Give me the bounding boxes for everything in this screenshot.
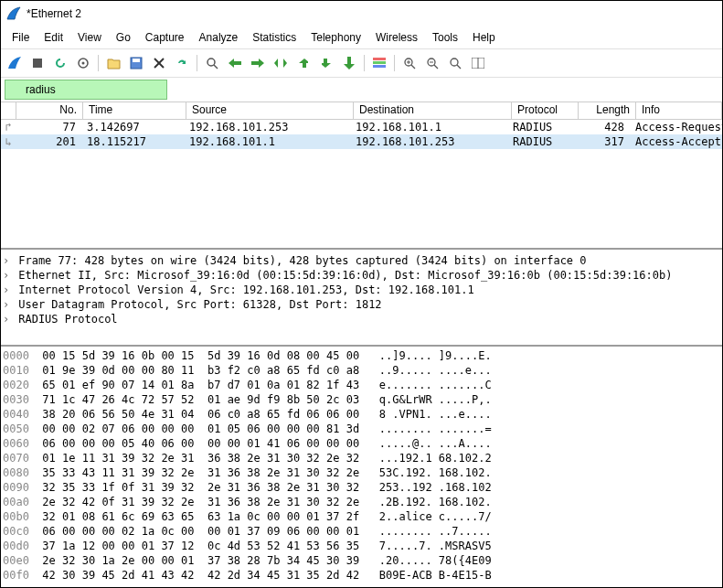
- menu-statistics[interactable]: Statistics: [247, 29, 302, 46]
- svg-line-17: [434, 65, 438, 69]
- cell-info: Access-Accept(2) (id=10, l=275): [630, 135, 722, 148]
- hex-row[interactable]: 00e0 2e 32 30 1a 2e 00 00 01 37 38 28 7b…: [3, 553, 720, 568]
- related-packet-marker: ↱: [1, 121, 16, 134]
- auto-scroll-button[interactable]: [339, 53, 359, 73]
- zoom-in-button[interactable]: [399, 53, 420, 73]
- hex-row[interactable]: 0000 00 15 5d 39 16 0b 00 15 5d 39 16 0d…: [3, 348, 720, 363]
- toolbar-separator: [394, 55, 395, 71]
- menu-wireless[interactable]: Wireless: [370, 29, 423, 46]
- open-file-button[interactable]: [103, 53, 123, 73]
- detail-tree-item[interactable]: › Frame 77: 428 bytes on wire (3424 bits…: [3, 253, 720, 268]
- packet-row[interactable]: ↱773.142697192.168.101.253192.168.101.1R…: [1, 120, 722, 134]
- hex-row[interactable]: 0020 65 01 ef 90 07 14 01 8a b7 d7 01 0a…: [3, 378, 720, 392]
- hex-row[interactable]: 0090 32 35 33 1f 0f 31 39 32 2e 31 36 38…: [3, 480, 720, 495]
- expand-icon[interactable]: ›: [3, 268, 12, 283]
- packet-row[interactable]: ↳20118.115217192.168.101.1192.168.101.25…: [1, 134, 722, 149]
- hex-row[interactable]: 00c0 06 00 00 00 02 1a 0c 00 00 01 37 09…: [3, 524, 720, 539]
- hex-row[interactable]: 00a0 2e 32 42 0f 31 39 32 2e 31 36 38 2e…: [3, 495, 720, 509]
- svg-rect-11: [373, 65, 386, 68]
- save-file-button[interactable]: [126, 53, 146, 73]
- menu-edit[interactable]: Edit: [38, 29, 69, 46]
- svg-line-20: [457, 65, 461, 69]
- start-capture-button[interactable]: [5, 53, 25, 73]
- capture-options-button[interactable]: [73, 53, 93, 73]
- related-packet-marker: ↳: [1, 135, 16, 148]
- menu-go[interactable]: Go: [111, 29, 136, 46]
- expand-icon[interactable]: ›: [3, 253, 12, 268]
- detail-tree-item[interactable]: › Ethernet II, Src: Microsof_39:16:0d (0…: [3, 268, 720, 283]
- zoom-out-button[interactable]: [422, 53, 442, 73]
- svg-rect-4: [133, 59, 140, 62]
- packet-bytes-pane[interactable]: 0000 00 15 5d 39 16 0b 00 15 5d 39 16 0d…: [1, 345, 722, 587]
- packet-details-pane[interactable]: › Frame 77: 428 bytes on wire (3424 bits…: [1, 248, 722, 345]
- svg-rect-10: [373, 61, 386, 64]
- window-title: *Ethernet 2: [27, 7, 81, 20]
- cell-protocol: RADIUS: [507, 135, 573, 148]
- cell-info: Access-Request(1) (id=10, l=386): [630, 121, 722, 134]
- display-filter-bar: [1, 78, 722, 102]
- zoom-reset-button[interactable]: [445, 53, 465, 73]
- main-toolbar: [1, 48, 722, 78]
- cell-source: 192.168.101.253: [184, 121, 350, 134]
- menu-analyze[interactable]: Analyze: [194, 29, 244, 46]
- expand-icon[interactable]: ›: [3, 297, 12, 312]
- expand-icon[interactable]: ›: [3, 283, 12, 297]
- column-length[interactable]: Length: [579, 102, 636, 119]
- go-to-packet-button[interactable]: [271, 53, 291, 73]
- hex-row[interactable]: 0080 35 33 43 11 31 39 32 2e 31 36 38 2e…: [3, 465, 720, 480]
- column-no[interactable]: No.: [16, 102, 83, 119]
- column-source[interactable]: Source: [186, 102, 354, 119]
- cell-time: 3.142697: [81, 121, 184, 134]
- go-last-button[interactable]: [316, 53, 336, 73]
- cell-time: 18.115217: [81, 135, 184, 148]
- cell-length: 317: [573, 135, 630, 148]
- column-info[interactable]: Info: [636, 102, 722, 119]
- menu-bar: File Edit View Go Capture Analyze Statis…: [1, 27, 722, 48]
- close-file-button[interactable]: [149, 53, 169, 73]
- stop-capture-button[interactable]: [27, 53, 48, 73]
- hex-row[interactable]: 00f0 42 30 39 45 2d 41 43 42 42 2d 34 45…: [3, 568, 720, 583]
- hex-row[interactable]: 0030 71 1c 47 26 4c 72 57 52 01 ae 9d f9…: [3, 392, 720, 407]
- menu-capture[interactable]: Capture: [140, 29, 190, 46]
- go-previous-button[interactable]: [225, 53, 245, 73]
- resize-columns-button[interactable]: [468, 53, 488, 73]
- display-filter-input[interactable]: [5, 80, 167, 100]
- detail-tree-item[interactable]: › Internet Protocol Version 4, Src: 192.…: [3, 283, 720, 297]
- menu-telephony[interactable]: Telephony: [305, 29, 367, 46]
- hex-row[interactable]: 00d0 37 1a 12 00 00 01 37 12 0c 4d 53 52…: [3, 539, 720, 553]
- detail-tree-item[interactable]: › RADIUS Protocol: [3, 312, 720, 326]
- svg-line-13: [411, 65, 415, 69]
- menu-tools[interactable]: Tools: [427, 29, 463, 46]
- hex-row[interactable]: 0060 06 00 00 00 05 40 06 00 00 00 01 41…: [3, 436, 720, 451]
- expand-icon[interactable]: ›: [3, 312, 12, 326]
- svg-rect-9: [373, 58, 386, 60]
- colorize-button[interactable]: [369, 53, 389, 73]
- restart-capture-button[interactable]: [50, 53, 70, 73]
- hex-row[interactable]: 0010 01 9e 39 0d 00 00 80 11 b3 f2 c0 a8…: [3, 363, 720, 378]
- go-next-button[interactable]: [248, 53, 268, 73]
- column-destination[interactable]: Destination: [354, 102, 512, 119]
- cell-source: 192.168.101.1: [184, 135, 350, 148]
- cell-destination: 192.168.101.1: [350, 121, 507, 134]
- detail-tree-item[interactable]: › User Datagram Protocol, Src Port: 6132…: [3, 297, 720, 312]
- cell-no: 201: [16, 135, 81, 148]
- toolbar-separator: [98, 55, 99, 71]
- title-bar: *Ethernet 2: [1, 1, 722, 27]
- hex-row[interactable]: 0070 01 1e 11 31 39 32 2e 31 36 38 2e 31…: [3, 451, 720, 465]
- packet-list[interactable]: ↱773.142697192.168.101.253192.168.101.1R…: [1, 120, 722, 248]
- reload-file-button[interactable]: [172, 53, 192, 73]
- hex-row[interactable]: 0050 00 00 02 07 06 00 00 00 01 05 06 00…: [3, 422, 720, 436]
- find-packet-button[interactable]: [202, 53, 222, 73]
- menu-help[interactable]: Help: [467, 29, 501, 46]
- cell-destination: 192.168.101.253: [350, 135, 507, 148]
- cell-no: 77: [16, 121, 81, 134]
- menu-file[interactable]: File: [6, 29, 35, 46]
- go-first-button[interactable]: [293, 53, 314, 73]
- column-time[interactable]: Time: [83, 102, 186, 119]
- toolbar-separator: [364, 55, 365, 71]
- menu-view[interactable]: View: [72, 29, 107, 46]
- hex-row[interactable]: 00b0 32 01 08 61 6c 69 63 65 63 1a 0c 00…: [3, 509, 720, 524]
- svg-point-19: [451, 59, 458, 66]
- hex-row[interactable]: 0040 38 20 06 56 50 4e 31 04 06 c0 a8 65…: [3, 407, 720, 422]
- column-protocol[interactable]: Protocol: [512, 102, 579, 119]
